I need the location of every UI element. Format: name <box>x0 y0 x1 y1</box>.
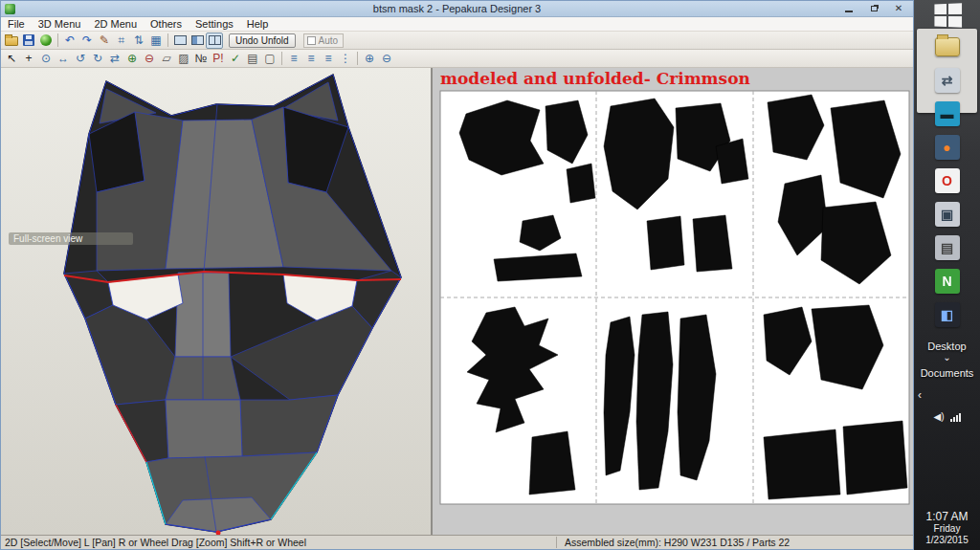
clock-time: 1:07 AM <box>925 510 969 523</box>
status-size-text: Assembled size(mm): H290 W231 D135 / Par… <box>556 537 790 548</box>
measure-icon[interactable]: ⌗ <box>113 33 130 49</box>
restore-button[interactable] <box>861 1 886 16</box>
table-icon[interactable]: ▦ <box>147 33 165 49</box>
toolbar-separator <box>167 33 168 47</box>
flip-part-icon[interactable]: ⇄ <box>106 51 123 67</box>
desktop-strip: ⇄▬●O▣▤N◧ Desktop ⌄ Documents ‹ ◀) 1:07 A… <box>914 0 980 550</box>
pattern-piece[interactable] <box>693 215 732 272</box>
printer-icon[interactable]: ▤ <box>935 235 960 260</box>
undo-unfold-button[interactable]: Undo Unfold <box>229 33 296 48</box>
folder-icon[interactable] <box>935 37 960 56</box>
edge-number-icon[interactable]: № <box>192 51 210 67</box>
tray-icons: ◀) <box>933 411 960 422</box>
desktop-icon-list: ⇄▬●O▣▤N◧ <box>935 34 960 327</box>
view-2d-only-icon[interactable] <box>189 33 206 49</box>
notes-app-icon[interactable]: N <box>935 269 960 294</box>
menu-2d-menu[interactable]: 2D Menu <box>87 17 144 32</box>
toolbar-main-icons: ↶↷✎⌗⇅▦ <box>3 33 223 49</box>
computer-icon[interactable]: ▣ <box>935 202 960 227</box>
undo-icon[interactable]: ↶ <box>61 33 78 49</box>
pepakura-window: btsm mask 2 - Pepakura Designer 3 ✕ File… <box>0 0 914 550</box>
chat-app-icon[interactable]: ▬ <box>935 101 960 126</box>
menu-3d-menu[interactable]: 3D Menu <box>32 17 88 32</box>
save-icon[interactable] <box>20 33 37 49</box>
auto-checkbox-box[interactable] <box>307 36 316 45</box>
pattern-piece[interactable] <box>843 421 907 495</box>
viewport-3d[interactable]: Full-screen view <box>1 68 433 535</box>
volume-icon[interactable]: ◀) <box>933 411 944 422</box>
toolbar-2d: ↖+⊙↔↺↻⇄⊕⊖▱▨№P!✓▤▢≡≡≡⋮⊕⊖ <box>1 50 913 68</box>
menu-file[interactable]: File <box>1 17 32 32</box>
network-signal-icon[interactable] <box>950 413 961 422</box>
toolbar-separator <box>57 33 58 47</box>
redo-icon[interactable]: ↷ <box>78 33 96 49</box>
desktop-label[interactable]: Desktop <box>927 341 966 352</box>
pattern-piece[interactable] <box>567 164 595 203</box>
select-icon[interactable]: ↖ <box>3 51 20 67</box>
minimize-button[interactable] <box>836 1 861 16</box>
menu-others[interactable]: Others <box>144 17 189 32</box>
rotate-ccw-icon[interactable]: ↺ <box>72 51 89 67</box>
align-right-icon[interactable]: ≡ <box>320 51 337 67</box>
zoom-icon[interactable]: ⊙ <box>37 51 55 67</box>
toolbar-separator <box>281 52 282 65</box>
align-center-icon[interactable]: ≡ <box>302 51 320 67</box>
blender-icon[interactable]: ● <box>935 135 960 160</box>
split-edge-icon[interactable]: ⊖ <box>141 51 158 67</box>
zoom-in-icon[interactable]: ⊕ <box>361 51 378 67</box>
close-icon: ✕ <box>895 4 902 13</box>
documents-label[interactable]: Documents <box>921 367 974 379</box>
chevron-left-icon[interactable]: ‹ <box>918 388 922 402</box>
pattern-piece[interactable] <box>764 429 840 499</box>
status-mode-text: 2D [Select/Move] L [Pan] R or Wheel Drag… <box>5 537 306 548</box>
move-part-icon[interactable]: ↔ <box>55 51 72 67</box>
auto-checkbox[interactable]: Auto <box>303 33 345 48</box>
menu-settings[interactable]: Settings <box>189 17 240 32</box>
pattern-piece[interactable] <box>529 431 575 495</box>
pattern-piece[interactable] <box>647 216 684 270</box>
menu-help[interactable]: Help <box>240 17 276 32</box>
screen: btsm mask 2 - Pepakura Designer 3 ✕ File… <box>0 0 980 550</box>
open-folder-icon[interactable] <box>3 33 20 49</box>
opera-icon[interactable]: O <box>935 168 960 193</box>
print-icon[interactable]: ▤ <box>244 51 261 67</box>
texture-view-icon[interactable] <box>37 33 55 49</box>
edge-color-icon[interactable]: ▨ <box>175 51 192 67</box>
zoom-out-icon[interactable]: ⊖ <box>378 51 395 67</box>
network-share-icon[interactable]: ⇄ <box>935 68 960 93</box>
auto-checkbox-label: Auto <box>319 35 339 46</box>
pan-icon[interactable]: + <box>20 51 37 67</box>
utility-app-icon[interactable]: ◧ <box>935 302 960 327</box>
validate-icon[interactable]: ✓ <box>227 51 244 67</box>
clock: 1:07 AM Friday 1/23/2015 <box>925 510 969 546</box>
view-split-icon[interactable] <box>206 33 223 49</box>
toolbar-2d-icons: ↖+⊙↔↺↻⇄⊕⊖▱▨№P!✓▤▢≡≡≡⋮⊕⊖ <box>3 51 395 67</box>
pattern-piece[interactable] <box>716 139 748 184</box>
rotate-cw-icon[interactable]: ↻ <box>89 51 106 67</box>
statusbar: 2D [Select/Move] L [Pan] R or Wheel Drag… <box>1 535 913 549</box>
join-edge-icon[interactable]: ⊕ <box>123 51 141 67</box>
viewport-tooltip: Full-screen view <box>9 232 133 245</box>
view-3d-only-icon[interactable] <box>171 33 189 49</box>
viewport-2d[interactable]: modeled and unfolded- Crimmson <box>433 68 913 535</box>
flap-icon[interactable]: ▱ <box>158 51 175 67</box>
minimize-icon <box>845 11 853 12</box>
windows-logo-icon[interactable] <box>934 3 962 27</box>
parts-check-icon[interactable]: P! <box>210 51 227 67</box>
toolbar-separator <box>357 52 358 65</box>
distribute-icon[interactable]: ⋮ <box>337 51 354 67</box>
titlebar[interactable]: btsm mask 2 - Pepakura Designer 3 ✕ <box>1 1 913 17</box>
restore-icon <box>871 6 878 11</box>
pen-icon[interactable]: ✎ <box>96 33 113 49</box>
align-left-icon[interactable]: ≡ <box>285 51 302 67</box>
toolbar-main: ↶↷✎⌗⇅▦ Undo Unfold Auto <box>1 32 913 50</box>
close-button[interactable]: ✕ <box>886 1 911 16</box>
sheet-icon[interactable]: ▢ <box>261 51 278 67</box>
pattern-page-svg <box>433 68 913 535</box>
chevron-down-icon[interactable]: ⌄ <box>943 354 950 362</box>
clock-day: Friday <box>925 523 969 535</box>
window-title: btsm mask 2 - Pepakura Designer 3 <box>1 3 913 14</box>
updown-icon[interactable]: ⇅ <box>130 33 147 49</box>
3d-model-mask <box>1 68 433 538</box>
annotation-text: modeled and unfolded- Crimmson <box>440 69 750 88</box>
